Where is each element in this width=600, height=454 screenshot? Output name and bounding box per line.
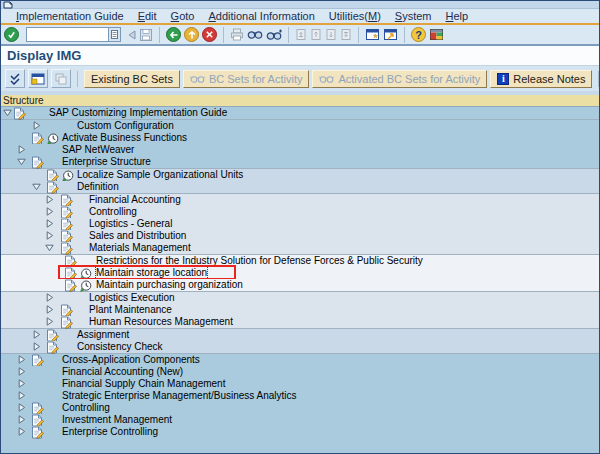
twisty-closed-icon[interactable] bbox=[45, 317, 54, 329]
tree-item-label[interactable]: Localize Sample Organizational Units bbox=[77, 169, 243, 181]
command-dropdown-icon[interactable] bbox=[108, 27, 121, 42]
tree-row[interactable]: SAP NetWeaver bbox=[1, 144, 599, 156]
twisty-open-icon[interactable] bbox=[17, 157, 26, 169]
tree-item-label[interactable]: Custom Configuration bbox=[77, 120, 174, 132]
tree-item-label[interactable]: SAP Customizing Implementation Guide bbox=[49, 107, 227, 119]
menu-help[interactable]: Help bbox=[439, 9, 476, 23]
tree-item-label[interactable]: Financial Accounting bbox=[89, 194, 181, 206]
menu-utilities[interactable]: Utilities(M) bbox=[322, 9, 388, 23]
tree-row[interactable]: Enterprise Structure bbox=[1, 156, 599, 168]
tree-row[interactable]: Investment Management bbox=[1, 414, 599, 426]
next-page-icon[interactable] bbox=[325, 28, 337, 41]
tree-item-label[interactable]: Financial Supply Chain Management bbox=[62, 378, 225, 390]
tree-item-label[interactable]: Enterprise Controlling bbox=[62, 426, 158, 438]
tree-row[interactable]: Enterprise Controlling bbox=[1, 426, 599, 438]
tree-item-label[interactable]: Assignment bbox=[77, 329, 129, 341]
tree-item-label[interactable]: Restrictions for the Industry Solution f… bbox=[96, 255, 423, 267]
save-icon[interactable] bbox=[139, 28, 153, 42]
help-icon[interactable]: ? bbox=[411, 27, 426, 42]
tree-row[interactable]: Cross-Application Components bbox=[1, 354, 599, 366]
tree-row[interactable]: Materials Management bbox=[1, 242, 599, 254]
tree-item-label[interactable]: SAP NetWeaver bbox=[62, 144, 134, 156]
tree-row[interactable]: SAP Customizing Implementation Guide bbox=[1, 107, 599, 119]
twisty-open-icon[interactable] bbox=[32, 182, 41, 194]
tree-item-label[interactable]: Definition bbox=[77, 181, 119, 193]
exit-icon[interactable] bbox=[184, 27, 199, 42]
find-next-icon[interactable] bbox=[266, 29, 282, 41]
first-page-icon[interactable] bbox=[295, 28, 307, 41]
twisty-closed-icon[interactable] bbox=[17, 427, 26, 439]
tree-item-label[interactable]: Maintain purchasing organization bbox=[96, 279, 243, 291]
tree-item-label[interactable]: Controlling bbox=[62, 402, 110, 414]
tree-row[interactable]: Activate Business Functions bbox=[1, 132, 599, 144]
tree-row[interactable]: Maintain storage location bbox=[1, 267, 599, 279]
tree-row[interactable]: Controlling bbox=[1, 402, 599, 414]
tree-item-label[interactable]: Strategic Enterprise Management/Business… bbox=[62, 390, 297, 402]
copy-icon[interactable] bbox=[51, 69, 71, 88]
twisty-open-icon[interactable] bbox=[3, 108, 12, 120]
tree-item-label[interactable]: Materials Management bbox=[89, 242, 191, 254]
twisty-closed-icon[interactable] bbox=[32, 342, 41, 354]
previous-page-icon[interactable] bbox=[310, 28, 322, 41]
hide-command-field-icon[interactable] bbox=[128, 30, 136, 40]
tree-row[interactable]: Plant Maintenance bbox=[1, 304, 599, 316]
tree-item-label[interactable]: Enterprise Structure bbox=[62, 156, 151, 168]
menu-additional-information[interactable]: Additional Information bbox=[201, 9, 321, 23]
menu-goto[interactable]: Goto bbox=[164, 9, 202, 23]
back-icon[interactable] bbox=[166, 27, 181, 42]
print-icon[interactable] bbox=[230, 28, 244, 41]
tree-item-label[interactable]: Cross-Application Components bbox=[62, 354, 200, 366]
button-label: Activated BC Sets for Activity bbox=[338, 73, 480, 85]
tree-row[interactable]: Maintain purchasing organization bbox=[1, 279, 599, 291]
command-input[interactable] bbox=[26, 27, 108, 42]
tree-item-label[interactable]: Plant Maintenance bbox=[89, 304, 172, 316]
twisty-open-icon[interactable] bbox=[45, 243, 54, 255]
find-icon[interactable] bbox=[247, 29, 263, 40]
tree-row[interactable]: Financial Supply Chain Management bbox=[1, 378, 599, 390]
existing-bc-sets-button[interactable]: Existing BC Sets bbox=[84, 70, 180, 88]
tree-item-label[interactable]: Controlling bbox=[89, 206, 137, 218]
create-shortcut-icon[interactable] bbox=[383, 28, 398, 41]
last-page-icon[interactable] bbox=[340, 28, 352, 41]
window-title-strip bbox=[1, 1, 599, 9]
tree-row[interactable]: Restrictions for the Industry Solution f… bbox=[1, 255, 599, 267]
tree-item-label[interactable]: Activate Business Functions bbox=[62, 132, 187, 144]
tree-row[interactable]: Definition bbox=[1, 181, 599, 193]
release-notes-button[interactable]: i Release Notes bbox=[490, 70, 592, 88]
tree-row[interactable]: Assignment bbox=[1, 329, 599, 341]
customize-layout-icon[interactable] bbox=[429, 28, 444, 41]
tree-item-label[interactable]: Logistics Execution bbox=[89, 292, 175, 304]
cancel-icon[interactable] bbox=[202, 27, 217, 42]
button-label: BC Sets for Activity bbox=[209, 73, 303, 85]
tree-item-label[interactable]: Maintain storage location bbox=[96, 267, 207, 279]
tree-row[interactable]: Custom Configuration bbox=[1, 120, 599, 132]
tree-row[interactable]: Sales and Distribution bbox=[1, 230, 599, 242]
tree-item-label[interactable]: Consistency Check bbox=[77, 341, 163, 353]
tree-item-label[interactable]: Financial Accounting (New) bbox=[62, 366, 183, 378]
tree-row[interactable]: Financial Accounting bbox=[1, 194, 599, 206]
separator bbox=[598, 71, 599, 87]
img-doc-icon[interactable] bbox=[31, 426, 44, 442]
double-check-icon[interactable] bbox=[5, 69, 25, 88]
tree-row[interactable]: Logistics - General bbox=[1, 218, 599, 230]
new-session-icon[interactable] bbox=[365, 28, 380, 41]
tree-row[interactable]: Localize Sample Organizational Units bbox=[1, 169, 599, 181]
menu-system[interactable]: System bbox=[388, 9, 439, 23]
tree-row[interactable]: Consistency Check bbox=[1, 341, 599, 353]
window-control-icon[interactable] bbox=[3, 1, 13, 9]
menu-implementation-guide[interactable]: Implementation Guide bbox=[9, 9, 131, 23]
tree-item-label[interactable]: Investment Management bbox=[62, 414, 172, 426]
tree-item-label[interactable]: Human Resources Management bbox=[89, 316, 233, 328]
tree-row[interactable]: Controlling bbox=[1, 206, 599, 218]
tree-item-label[interactable]: Logistics - General bbox=[89, 218, 172, 230]
tree-row[interactable]: Logistics Execution bbox=[1, 292, 599, 304]
tree-item-label[interactable]: Sales and Distribution bbox=[89, 230, 186, 242]
bc-sets-for-activity-button[interactable]: BC Sets for Activity bbox=[183, 70, 310, 88]
enter-icon[interactable] bbox=[4, 27, 19, 42]
tree-row[interactable]: Financial Accounting (New) bbox=[1, 366, 599, 378]
menu-edit[interactable]: Edit bbox=[131, 9, 164, 23]
tree-display-icon[interactable] bbox=[28, 69, 48, 88]
tree-row[interactable]: Human Resources Management bbox=[1, 316, 599, 328]
tree-row[interactable]: Strategic Enterprise Management/Business… bbox=[1, 390, 599, 402]
activated-bc-sets-for-activity-button[interactable]: Activated BC Sets for Activity bbox=[312, 70, 487, 88]
